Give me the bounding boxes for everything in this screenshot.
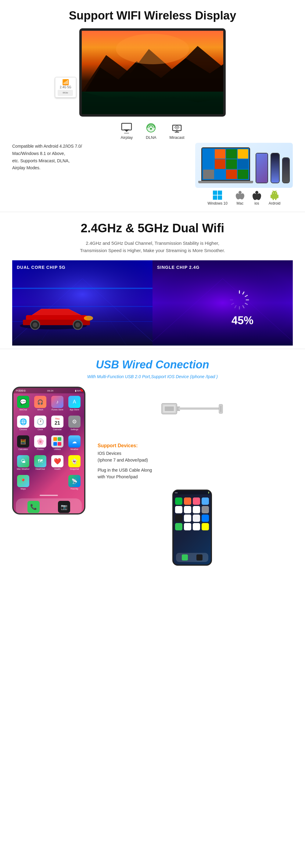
- usb-content: 中国移动 09:24 ▮ 50% 💬 213 WeChat: [12, 386, 293, 566]
- svg-rect-16: [218, 191, 222, 195]
- win-tile-12: [238, 169, 249, 179]
- app-grid-row3: 🧮 Calculator 🌸 Photos: [13, 433, 84, 453]
- os-windows-label: Windows 10: [207, 201, 227, 206]
- miracast-icon-item: Miracast: [169, 123, 184, 140]
- mac-icon: [235, 190, 245, 200]
- tv-screen-mountain: [82, 31, 223, 114]
- status-bar: 中国移动 09:24 ▮ 50%: [13, 388, 84, 393]
- app-grid-row5: 📍 Maps 📡: [13, 472, 84, 492]
- phone-small-screen: ●●● 🔋: [173, 491, 211, 564]
- win-tile-2: [215, 149, 226, 159]
- svg-point-10: [150, 128, 152, 130]
- tv-container: 📶 2.4G 5G 4Kite: [79, 28, 226, 117]
- small-app-8: [202, 506, 209, 513]
- usb-cable-area: [91, 386, 293, 435]
- small-app-11: [193, 515, 200, 522]
- app-health-label: Health: [54, 468, 60, 470]
- small-app-6: [184, 506, 191, 513]
- app-chrome-label: Chrome: [20, 428, 27, 431]
- airplay-label: Airplay: [121, 135, 133, 140]
- app-utilities-group: Utilities: [50, 435, 65, 450]
- svg-rect-6: [122, 123, 132, 130]
- small-app-10: [184, 515, 191, 522]
- phone-screen-1: [271, 153, 279, 183]
- phone-mockup-1: [271, 153, 280, 183]
- app-health: ❤️: [51, 455, 63, 467]
- section-dual-wifi: 2.4GHz & 5GHz Dual Wifi 2.4GHz and 5GHz …: [0, 212, 305, 349]
- app-utilities: [51, 435, 63, 447]
- support-line4: with Your Phone/ipad: [98, 474, 138, 479]
- section-usb: USB Wired Conection With Multi-Function …: [0, 349, 305, 572]
- app-calendar-group: Thu 21 Calendar: [50, 415, 65, 431]
- app-which-group: 🎧 Which: [33, 396, 48, 411]
- wifi-signal-icon: 📶: [58, 79, 74, 86]
- svg-point-20: [275, 193, 276, 193]
- app-health-group: ❤️ Health: [50, 455, 65, 470]
- phone-mockup-2: [282, 157, 290, 183]
- app-healthmap: 🗺: [34, 455, 46, 467]
- wifi-section-title: Support WIFI Wireless Display: [12, 9, 293, 22]
- dual-wifi-title: 2.4GHz & 5GHz Dual Wifi: [12, 221, 293, 235]
- support-devices-title: Support Devices:: [98, 443, 287, 448]
- svg-point-39: [84, 316, 93, 320]
- small-dock: [176, 553, 208, 562]
- miracast-label: Miracast: [169, 135, 184, 140]
- dual-core-image: DUAL CORE CHIP 5G: [12, 260, 152, 346]
- support-line1: IOS Devices: [98, 451, 121, 456]
- laptop-screen: [201, 147, 250, 181]
- dual-wifi-line2: Transmission Speed is Higher, Make your …: [80, 248, 225, 253]
- small-app-2: [184, 497, 191, 505]
- section-wifi-display: Support WIFI Wireless Display 📶 2.4G 5G …: [0, 0, 305, 212]
- support-text: IOS Devices (Iphone 7 and Above/Ipad): [98, 450, 287, 464]
- dual-core-label: DUAL CORE CHIP 5G: [17, 265, 65, 270]
- windows-desktop: [202, 148, 249, 180]
- app-appstore-group: A App Store: [67, 396, 82, 411]
- app-snapchat: 👻: [68, 455, 81, 467]
- app-macweather-group: 🌤 Mac Weather: [16, 455, 30, 470]
- os-windows: Windows 10: [207, 190, 227, 206]
- compat-text: Compatible with Android 4.2/iOS 7.0/Mac/…: [12, 143, 189, 172]
- app-itunes: ♪: [51, 396, 63, 408]
- app-empty2: [51, 475, 63, 487]
- support-text2: Plug in the USB Cable Along with Your Ph…: [98, 467, 287, 480]
- single-chip-label: SINGLE CHIP 2.4G: [157, 265, 199, 270]
- compat-row: Compatible with Android 4.2/iOS 7.0/Mac/…: [12, 143, 293, 206]
- miracast-icon: [171, 123, 183, 133]
- win-tile-3: [226, 149, 237, 159]
- small-carrier: ●●●: [175, 492, 177, 494]
- usb-right: Support Devices: IOS Devices (Iphone 7 a…: [91, 386, 293, 566]
- time-label: 09:24: [47, 390, 53, 392]
- percent-label: 45%: [231, 314, 253, 327]
- small-dock-camera: [196, 554, 202, 560]
- svg-rect-29: [12, 288, 152, 289]
- support-line3: Plug in the USB Cable Along: [98, 468, 152, 472]
- win-tile-4: [238, 149, 249, 159]
- usb-section-subtitle: With Multi-Function USB 2.0 Port,Support…: [12, 374, 293, 379]
- airplay-icon: [120, 123, 133, 133]
- app-utilities-label: Utilities: [54, 448, 61, 450]
- app-photos: 🌸: [34, 435, 46, 447]
- win-tile-1: [203, 149, 214, 159]
- app-chrome-group: 🌐 Chrome: [16, 415, 30, 431]
- support-line2: (Iphone 7 and Above/Ipad): [98, 458, 148, 462]
- mountain-svg: [82, 31, 223, 114]
- app-calendar: Thu 21: [51, 415, 63, 428]
- os-android-label: Ardroid: [269, 201, 281, 206]
- app-calc: 🧮: [17, 435, 29, 447]
- wifi-icon-box: 📶 2.4G 5G 4Kite: [55, 77, 76, 98]
- app-empty: [34, 475, 46, 487]
- app-clock-label: Clock: [37, 428, 43, 431]
- app-wechat-group: 💬 213 WeChat: [16, 396, 30, 411]
- tablet-screen: [256, 153, 268, 183]
- dlna-icon-item: DLNA: [145, 123, 157, 140]
- app-healthmap-label: Heal/Clue: [36, 468, 45, 470]
- small-app-1: [175, 497, 183, 505]
- laptop-base: [198, 181, 253, 183]
- app-which-label: Which: [37, 409, 43, 411]
- svg-point-38: [75, 322, 80, 327]
- win-tile-6: [215, 159, 226, 169]
- phone-large-mockup: 中国移动 09:24 ▮ 50% 💬 213 WeChat: [12, 386, 85, 515]
- svg-rect-24: [12, 260, 152, 346]
- small-app-15: [193, 523, 200, 530]
- compat-description: Compatible with Android 4.2/iOS 7.0/Mac/…: [12, 144, 82, 170]
